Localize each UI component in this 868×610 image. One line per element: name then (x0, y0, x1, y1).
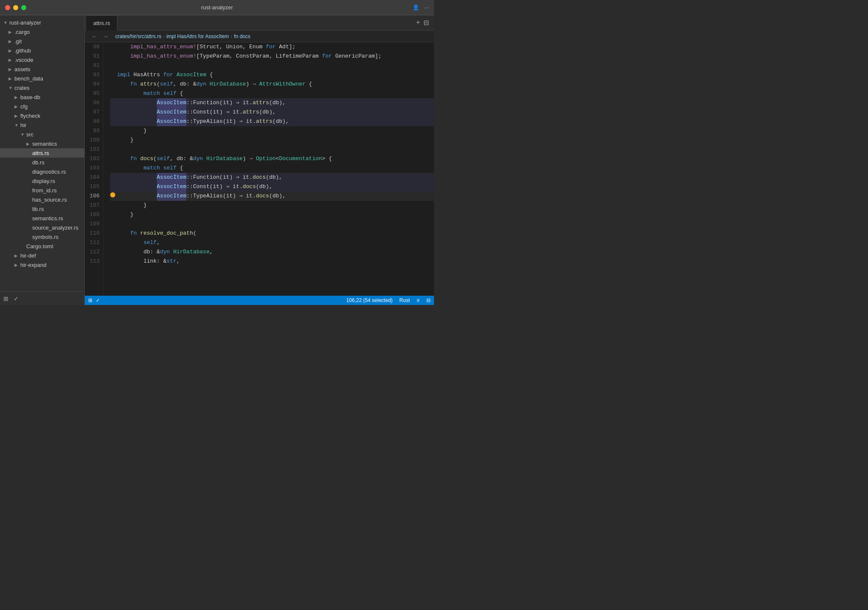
breadcrumb-impl[interactable]: impl HasAttrs for AssocItem (167, 33, 229, 39)
line-number-99: 99 (88, 126, 100, 136)
split-editor-button[interactable]: ⊟ (423, 19, 429, 27)
line-number-105: 105 (88, 182, 100, 191)
tree-arrow-assets: ▶ (8, 67, 14, 72)
breadcrumb-file[interactable]: crates/hir/src/attrs.rs (115, 33, 161, 39)
sidebar-item-github[interactable]: ▶.github (0, 46, 84, 55)
sidebar-item-src[interactable]: ▼src (0, 130, 84, 139)
sidebar-item-has_source-rs[interactable]: has_source.rs (0, 195, 84, 204)
sidebar-item-hir[interactable]: ▼hir (0, 120, 84, 130)
tree-label-rust-analyzer: rust-analyzer (9, 19, 84, 26)
tree-label-semantics-rs: semantics.rs (32, 215, 84, 222)
sidebar-item-bench_data[interactable]: ▶bench_data (0, 74, 84, 83)
sidebar-item-hir-expand[interactable]: ▶hir-expand (0, 260, 84, 269)
tree-arrow-bench_data: ▶ (8, 76, 14, 81)
tree-arrow-src: ▼ (20, 132, 26, 137)
tab-attrs-rs[interactable]: attrs.rs (86, 15, 117, 30)
tree-label-lib-rs: lib.rs (32, 206, 84, 212)
line-number-101: 101 (88, 145, 100, 154)
sidebar-item-diagnostics-rs[interactable]: diagnostics.rs (0, 167, 84, 176)
code-line-104: AssocItem::Function(it) ⇒ it.docs(db), (110, 173, 434, 182)
tree-arrow-hir-def: ▶ (14, 253, 20, 258)
code-line-105: AssocItem::Const(it) ⇒ it.docs(db), (110, 182, 434, 191)
code-line-101 (110, 145, 434, 154)
sidebar-item-base-db[interactable]: ▶base-db (0, 92, 84, 102)
sidebar-bottom: ⊞ ✓ (0, 291, 84, 305)
tree-arrow-vscode: ▶ (8, 58, 14, 62)
close-button[interactable] (5, 5, 10, 10)
code-line-99: } (110, 126, 434, 136)
line-number-96: 96 (88, 98, 100, 108)
sidebar-item-semantics-dir[interactable]: ▶semantics (0, 139, 84, 148)
sidebar-item-semantics-rs[interactable]: semantics.rs (0, 214, 84, 223)
breadcrumb-sep-2: › (231, 33, 232, 39)
code-line-100: } (110, 136, 434, 145)
split-view-icon[interactable]: ⊟ (426, 297, 431, 303)
sidebar-item-cargo[interactable]: ▶.cargo (0, 27, 84, 36)
line-number-103: 103 (88, 164, 100, 173)
sidebar-item-rust-analyzer[interactable]: ▼rust-analyzer (0, 18, 84, 27)
line-number-104: 104 (88, 173, 100, 182)
sidebar-item-db-rs[interactable]: db.rs (0, 158, 84, 167)
tree-arrow-rust-analyzer: ▼ (3, 20, 9, 25)
language-indicator[interactable]: Rust (399, 297, 410, 303)
sidebar-item-vscode[interactable]: ▶.vscode (0, 55, 84, 64)
sidebar-item-hir-def[interactable]: ▶hir-def (0, 251, 84, 260)
line-number-97: 97 (88, 108, 100, 117)
sidebar-item-cargo-toml[interactable]: Cargo.toml (0, 241, 84, 251)
code-line-97: AssocItem::Const(it) ⇒ it.attrs(db), (110, 108, 434, 117)
sidebar-item-display-rs[interactable]: display.rs (0, 176, 84, 186)
sidebar-item-cfg[interactable]: ▶cfg (0, 102, 84, 111)
code-line-112: db: &dyn HirDatabase, (110, 247, 434, 257)
line-numbers: 9091929394959697989910010110210310410510… (85, 42, 103, 296)
breadcrumb-sep-1: › (163, 33, 165, 39)
sidebar-item-crates[interactable]: ▼crates (0, 83, 84, 92)
layout-view-icon[interactable]: ⊞ (3, 295, 8, 302)
breakpoint-106 (110, 192, 115, 197)
tree-label-flycheck: flycheck (20, 113, 84, 119)
code-lines[interactable]: impl_has_attrs_enum![Struct, Union, Enum… (103, 42, 434, 296)
sidebar-item-symbols-rs[interactable]: symbols.rs (0, 232, 84, 241)
sidebar-item-source_analyzer-rs[interactable]: source_analyzer.rs (0, 223, 84, 232)
code-line-107: } (110, 201, 434, 210)
new-tab-button[interactable]: + (416, 19, 420, 27)
breadcrumb-fn[interactable]: fn docs (234, 33, 250, 39)
user-icon[interactable]: 👤 (412, 4, 419, 11)
tree-arrow-cargo: ▶ (8, 30, 14, 34)
code-line-106: AssocItem::TypeAlias(it) ⇒ it.docs(db), (110, 191, 434, 201)
line-number-92: 92 (88, 61, 100, 70)
sidebar-item-lib-rs[interactable]: lib.rs (0, 204, 84, 214)
line-number-110: 110 (88, 229, 100, 238)
sidebar-item-flycheck[interactable]: ▶flycheck (0, 111, 84, 120)
nav-back-button[interactable]: ← (90, 32, 99, 41)
code-line-108: } (110, 210, 434, 219)
tree-label-bench_data: bench_data (14, 75, 84, 82)
sidebar-item-assets[interactable]: ▶assets (0, 64, 84, 74)
line-number-109: 109 (88, 219, 100, 229)
tree-label-base-db: base-db (20, 94, 84, 100)
sidebar-item-from_id-rs[interactable]: from_id.rs (0, 186, 84, 195)
menu-icon[interactable]: ··· (424, 4, 429, 11)
minimize-button[interactable] (13, 5, 18, 10)
code-line-113: link: &str, (110, 257, 434, 266)
line-number-108: 108 (88, 210, 100, 219)
sidebar: ▼rust-analyzer▶.cargo▶.git▶.github▶.vsco… (0, 15, 85, 305)
nav-forward-button[interactable]: → (101, 32, 110, 41)
check-circle-icon[interactable]: ✓ (14, 295, 19, 302)
sidebar-item-git[interactable]: ▶.git (0, 36, 84, 46)
layout-status-icon[interactable]: ⊞ (88, 297, 92, 303)
tree-arrow-github: ▶ (8, 48, 14, 53)
tree-label-display-rs: display.rs (32, 178, 84, 184)
check-status-icon[interactable]: ✓ (96, 297, 100, 303)
tree-arrow-base-db: ▶ (14, 95, 20, 100)
tree-label-src: src (26, 131, 84, 138)
code-editor[interactable]: 9091929394959697989910010110210310410510… (85, 42, 434, 296)
window-title: rust-analyzer (201, 4, 233, 11)
code-line-92 (110, 61, 434, 70)
traffic-lights (5, 5, 26, 10)
source-control-icon[interactable]: ≡ (417, 297, 420, 303)
maximize-button[interactable] (21, 5, 26, 10)
sidebar-item-attrs-rs[interactable]: attrs.rs (0, 148, 84, 158)
code-line-95: match self { (110, 89, 434, 98)
tree-label-attrs-rs: attrs.rs (32, 150, 84, 156)
tree-label-crates: crates (14, 85, 84, 91)
